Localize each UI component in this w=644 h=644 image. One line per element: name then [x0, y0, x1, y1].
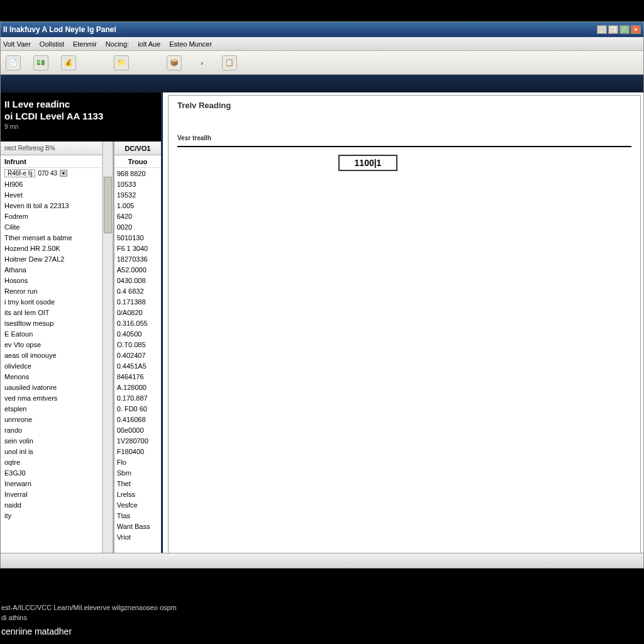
- coins-icon[interactable]: 💰: [61, 55, 76, 70]
- table-row[interactable]: A.128000: [114, 382, 161, 392]
- page-icon[interactable]: 📋: [222, 55, 237, 70]
- table-row[interactable]: E Eatoun: [1, 328, 102, 339]
- table-row[interactable]: aeas oll imoouye: [1, 350, 102, 360]
- table-row[interactable]: Tther menset a batme: [1, 232, 102, 243]
- bottom-line-2: di athins: [1, 613, 643, 623]
- table-row[interactable]: 0.316.055: [114, 318, 161, 328]
- table-row[interactable]: A52.0000: [114, 264, 161, 275]
- table-row[interactable]: 10533: [114, 179, 161, 189]
- bottom-line-3: cenriine matadher: [1, 626, 643, 636]
- table-row[interactable]: sein volin: [1, 435, 102, 446]
- chevron-down-icon[interactable]: ▾: [60, 170, 67, 177]
- table-row[interactable]: Inverral: [1, 489, 102, 499]
- table-row[interactable]: ved nma emtvers: [1, 392, 102, 403]
- table-row[interactable]: 0020: [114, 221, 161, 232]
- table-row[interactable]: unol inl is: [1, 446, 102, 457]
- table-row[interactable]: O.T0.085: [114, 339, 161, 350]
- table-row[interactable]: oqtre: [1, 457, 102, 467]
- table-row[interactable]: olivledce: [1, 360, 102, 371]
- table-row[interactable]: Renror run: [1, 286, 102, 296]
- table-row[interactable]: 0. FD0 60: [114, 403, 161, 414]
- menu-item-3[interactable]: Nocing:: [106, 40, 129, 48]
- table-row[interactable]: Flo: [114, 457, 161, 467]
- table-row[interactable]: E3GJ0: [1, 467, 102, 478]
- table-row[interactable]: isestltow mesup: [1, 318, 102, 328]
- table-row[interactable]: Thet: [114, 478, 161, 489]
- content-area: II Leve readinc oi LCDI Level AA 1133 9 …: [1, 92, 643, 568]
- menubar: Volt Vaer Oollstist Etenmir Nocing: iolt…: [1, 37, 643, 51]
- folder-icon[interactable]: 📁: [114, 55, 129, 70]
- money-icon[interactable]: 💵: [33, 55, 48, 70]
- table-row[interactable]: rando: [1, 425, 102, 435]
- table-row[interactable]: i tmy korit osode: [1, 296, 102, 307]
- table-row[interactable]: HI906: [1, 179, 102, 189]
- table-row[interactable]: 19532: [114, 189, 161, 200]
- table-row[interactable]: 0.40500: [114, 328, 161, 339]
- menu-item-5[interactable]: Esteo Muncer: [169, 40, 212, 48]
- table-row[interactable]: Hozend HR 2.50K: [1, 243, 102, 253]
- minimize-button[interactable]: _: [597, 25, 607, 34]
- menu-item-0[interactable]: Volt Vaer: [3, 40, 31, 48]
- table-row[interactable]: Hevet: [1, 189, 102, 200]
- table-row[interactable]: 0.4 6832: [114, 286, 161, 296]
- table-row[interactable]: 00е0000: [114, 425, 161, 435]
- table-row[interactable]: Hoitner Dew 27AL2: [1, 253, 102, 264]
- table-row[interactable]: R46f-e lij070 43▾: [1, 168, 102, 179]
- table-row[interactable]: Hosons: [1, 275, 102, 286]
- table-row[interactable]: Lrelss: [114, 489, 161, 499]
- table-row[interactable]: Ttas: [114, 510, 161, 521]
- table-row[interactable]: 1V280700: [114, 435, 161, 446]
- table-row[interactable]: 6420: [114, 211, 161, 221]
- left-title-1: II Leve readinc: [4, 99, 156, 109]
- table-row[interactable]: uausiled ivatonre: [1, 382, 102, 392]
- table-row[interactable]: 0.416068: [114, 414, 161, 425]
- table-row[interactable]: Menons: [1, 371, 102, 382]
- table-row[interactable]: 0.4451A5: [114, 360, 161, 371]
- maximize-button[interactable]: □: [619, 25, 630, 34]
- box-icon[interactable]: 📦: [167, 55, 182, 70]
- table-row[interactable]: Sbrn: [114, 467, 161, 478]
- table-row[interactable]: Vriot: [114, 531, 161, 542]
- table-row[interactable]: Inerwarn: [1, 478, 102, 489]
- table-row[interactable]: 1.005: [114, 200, 161, 211]
- table-row[interactable]: 0430.008: [114, 275, 161, 286]
- table-row[interactable]: Want Bass: [114, 521, 161, 531]
- table-row[interactable]: unrnrone: [1, 414, 102, 425]
- dark-band: [1, 75, 643, 92]
- restore-button[interactable]: ❐: [608, 25, 618, 34]
- scrollbar-1[interactable]: ▲ ▼: [103, 142, 112, 568]
- table-row[interactable]: 0.170.887: [114, 392, 161, 403]
- table-row[interactable]: its anl Iem OIT: [1, 307, 102, 318]
- menu-item-2[interactable]: Etenmir: [73, 40, 97, 48]
- table-row[interactable]: 5010130: [114, 232, 161, 243]
- reading-value-box[interactable]: 1100|1: [338, 155, 397, 171]
- data-grid: nect Refsreog B% Infrunt R46f-e lij070 4…: [1, 142, 161, 568]
- bottom-line-1: est-A/ILCC/VCC Learn/Mil.eleverve wilgzn…: [1, 602, 643, 613]
- table-row[interactable]: 0/A0820: [114, 307, 161, 318]
- table-row[interactable]: 18270336: [114, 253, 161, 264]
- table-row[interactable]: F6 1 3040: [114, 243, 161, 253]
- menu-item-1[interactable]: Oollstist: [40, 40, 64, 48]
- table-row[interactable]: Fodrem: [1, 211, 102, 221]
- table-row[interactable]: Vesfce: [114, 499, 161, 510]
- table-row[interactable]: 0.171388: [114, 296, 161, 307]
- table-row[interactable]: naidd: [1, 499, 102, 510]
- table-row[interactable]: 0.402407: [114, 350, 161, 360]
- main-divider: [177, 146, 631, 147]
- table-row[interactable]: 968 8820: [114, 168, 161, 179]
- table-row[interactable]: Athana: [1, 264, 102, 275]
- table-row[interactable]: F180400: [114, 446, 161, 457]
- table-row[interactable]: etsplen: [1, 403, 102, 414]
- scroll-thumb[interactable]: [104, 177, 111, 233]
- table-row[interactable]: ev Vto opse: [1, 339, 102, 350]
- toolbar: 📄 💵 💰 📁 📦 › 📋: [1, 51, 643, 75]
- table-row[interactable]: 8464176: [114, 371, 161, 382]
- table-row[interactable]: Cilite: [1, 221, 102, 232]
- arrow-icon[interactable]: ›: [194, 55, 209, 70]
- table-row[interactable]: ity: [1, 510, 102, 521]
- doc-icon[interactable]: 📄: [6, 55, 21, 70]
- menu-item-4[interactable]: iolt Aue: [138, 40, 160, 48]
- main-sub: Vesr treallh: [177, 135, 211, 142]
- table-row[interactable]: Heven iti toil a 22313: [1, 200, 102, 211]
- close-button[interactable]: ×: [631, 25, 641, 34]
